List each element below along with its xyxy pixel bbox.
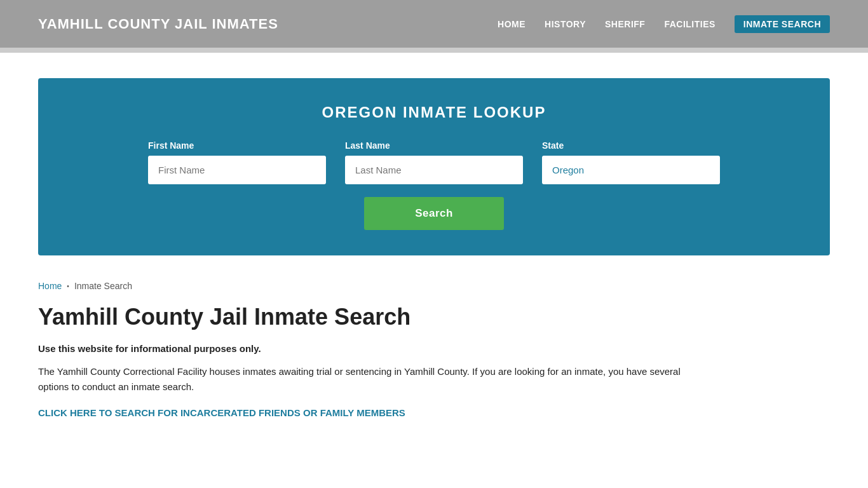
breadcrumb-separator: •	[67, 283, 69, 290]
first-name-input[interactable]	[148, 156, 326, 184]
nav-facilities[interactable]: FACILITIES	[664, 19, 715, 29]
breadcrumb-current: Inmate Search	[74, 281, 132, 291]
nav-history[interactable]: HISTORY	[545, 19, 586, 29]
search-button[interactable]: Search	[364, 197, 504, 230]
nav-sheriff[interactable]: SHERIFF	[605, 19, 645, 29]
main-content: Yamhill County Jail Inmate Search Use th…	[38, 304, 830, 419]
state-input[interactable]	[542, 156, 720, 184]
nav-inmate-search[interactable]: INMATE SEARCH	[735, 15, 830, 33]
inmate-search-form: First Name Last Name State Search	[76, 140, 792, 230]
state-group: State	[542, 140, 720, 184]
info-text: The Yamhill County Correctional Facility…	[38, 364, 705, 395]
nav-home[interactable]: HOME	[498, 19, 526, 29]
breadcrumb-home-link[interactable]: Home	[38, 281, 62, 291]
page-title: Yamhill County Jail Inmate Search	[38, 304, 830, 330]
search-section: OREGON INMATE LOOKUP First Name Last Nam…	[38, 78, 830, 255]
main-nav: HOME HISTORY SHERIFF FACILITIES INMATE S…	[498, 15, 830, 33]
search-section-title: OREGON INMATE LOOKUP	[76, 104, 792, 121]
state-label: State	[542, 140, 720, 151]
last-name-group: Last Name	[345, 140, 523, 184]
site-header: YAMHILL COUNTY JAIL INMATES HOME HISTORY…	[0, 0, 868, 48]
last-name-label: Last Name	[345, 140, 523, 151]
site-title: YAMHILL COUNTY JAIL INMATES	[38, 16, 278, 32]
last-name-input[interactable]	[345, 156, 523, 184]
first-name-group: First Name	[148, 140, 326, 184]
first-name-label: First Name	[148, 140, 326, 151]
info-text-bold: Use this website for informational purpo…	[38, 343, 830, 354]
form-fields: First Name Last Name State	[76, 140, 792, 184]
header-underline	[0, 48, 868, 53]
breadcrumb: Home • Inmate Search	[38, 281, 830, 291]
click-here-link[interactable]: CLICK HERE to Search for Incarcerated Fr…	[38, 407, 405, 418]
